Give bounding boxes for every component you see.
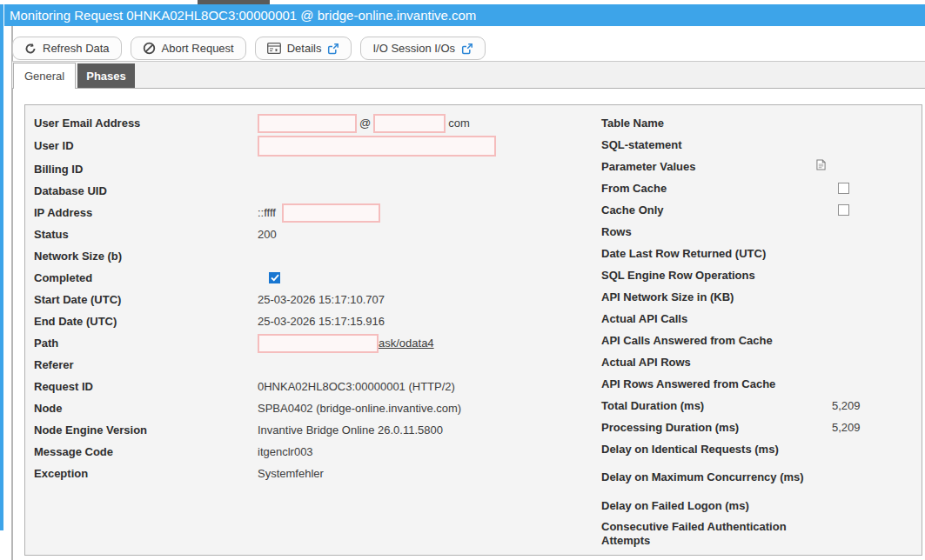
redacted-email-domain-input[interactable] [373,114,446,133]
form-window-icon [267,43,281,54]
cache-only-checkbox-unchecked[interactable] [838,204,849,216]
field-label: Actual API Calls [601,312,814,326]
form-row-rows: Rows [601,221,916,243]
field-label: Database UID [34,184,258,198]
field-label: Cache Only [601,203,814,217]
field-label: Billing ID [34,163,258,177]
field-value [814,159,826,174]
window-title-bar: Monitoring Request 0HNKA02HL8OC3:0000000… [4,4,925,26]
field-value: itgenclr003 [258,445,313,459]
io-session-ios-label: I/O Session I/Os [372,42,455,55]
field-label: User ID [34,139,258,153]
field-label: Delay on Failed Logon (ms) [601,499,814,513]
field-label: Status [34,228,258,242]
form-row-consecutive-failed-authentication-attempts: Consecutive Failed Authentication Attemp… [601,517,916,551]
form-row-ip-address: IP Address ::ffff [34,202,595,223]
form-row-from-cache: From Cache [601,177,916,199]
field-label: Delay on Identical Requests (ms) [601,443,814,457]
form-row-node: Node SPBA0402 (bridge-online.invantive.c… [34,397,595,419]
form-row-status: Status 200 [34,223,595,245]
external-link-icon [327,43,339,55]
field-value: 0HNKA02HL8OC3:00000001 (HTTP/2) [258,380,455,394]
field-label: Completed [34,271,258,285]
field-label: Consecutive Failed Authentication Attemp… [601,520,814,548]
field-label: IP Address [34,206,258,220]
field-label: Network Size (b) [34,250,258,263]
field-label: Total Duration (ms) [601,399,814,413]
redacted-ip-input[interactable] [282,203,380,223]
abort-request-button[interactable]: Abort Request [131,37,246,60]
form-row-delay-maximum-concurrency: Delay on Maximum Concurrency (ms) [601,460,916,495]
details-label: Details [287,42,322,55]
field-label: Actual API Rows [601,356,814,370]
form-row-node-engine-version: Node Engine Version Invantive Bridge Onl… [34,419,595,441]
field-label: Delay on Maximum Concurrency (ms) [601,470,814,484]
path-link[interactable]: ask/odata4 [379,337,434,350]
form-row-completed: Completed [34,267,595,289]
tab-general-label: General [24,70,64,83]
at-sign: @ [359,117,371,130]
form-row-sql-statement: SQL-statement [601,134,916,156]
field-value: ask/odata4 [258,334,434,353]
field-label: Date Last Row Returned (UTC) [601,247,814,261]
form-left-column: User Email Address @ com User ID Billing… [34,112,595,484]
field-value: 5,209 [832,399,861,413]
form-row-delay-identical-requests: Delay on Identical Requests (ms) [601,438,916,460]
form-row-billing-id: Billing ID [34,158,595,180]
redacted-email-local-input[interactable] [258,114,357,133]
field-label: API Calls Answered from Cache [601,334,814,348]
field-label: API Network Size in (KB) [601,290,814,304]
field-label: Exception [34,467,258,481]
form-row-total-duration: Total Duration (ms) 5,209 [601,395,916,417]
field-value [258,136,496,157]
from-cache-checkbox-unchecked[interactable] [838,183,849,194]
field-label: SQL-statement [601,138,814,152]
form-row-processing-duration: Processing Duration (ms) 5,209 [601,417,916,438]
refresh-data-button[interactable]: Refresh Data [12,37,122,60]
abort-icon [143,42,156,55]
form-row-end-date: End Date (UTC) 25-03-2026 15:17:15.916 [34,310,595,332]
field-value: Systemfehler [258,467,324,481]
field-label: Message Code [34,445,258,459]
redacted-user-id-input[interactable] [258,136,496,157]
field-label: Referer [34,358,258,372]
field-value [814,183,849,194]
field-value: ::ffff [258,203,380,223]
form-row-user-email-address: User Email Address @ com [34,112,595,134]
form-row-cache-only: Cache Only [601,199,916,221]
document-icon[interactable] [816,159,826,174]
window-edge-strip [0,4,3,530]
field-label: Start Date (UTC) [34,293,258,307]
form-row-actual-api-calls: Actual API Calls [601,308,916,330]
form-right-column: Table Name SQL-statement Parameter Value… [601,112,916,551]
details-button[interactable]: Details [255,37,352,60]
window-left-border [11,26,13,560]
field-label: Path [34,337,258,350]
form-row-exception: Exception Systemfehler [34,463,595,484]
form-row-parameter-values: Parameter Values [601,156,916,177]
form-row-request-id: Request ID 0HNKA02HL8OC3:00000001 (HTTP/… [34,376,595,397]
field-value: 25-03-2026 15:17:10.707 [258,293,385,307]
form-row-database-uid: Database UID [34,180,595,202]
form-row-date-last-row-returned: Date Last Row Returned (UTC) [601,243,916,264]
field-label: User Email Address [34,117,258,130]
external-link-icon [461,43,473,55]
field-label: Request ID [34,380,258,394]
io-session-ios-button[interactable]: I/O Session I/Os [360,37,486,60]
window-title: Monitoring Request 0HNKA02HL8OC3:0000000… [10,8,476,23]
tab-general[interactable]: General [13,63,76,89]
form-row-path: Path ask/odata4 [34,332,595,354]
tab-phases[interactable]: Phases [77,63,135,88]
form-row-actual-api-rows: Actual API Rows [601,351,916,373]
field-label: Node Engine Version [34,423,258,437]
field-label: From Cache [601,182,814,196]
form-row-delay-failed-logon: Delay on Failed Logon (ms) [601,495,916,517]
toolbar: Refresh Data Abort Request Details I/O S… [12,37,486,60]
field-label: Parameter Values [601,160,814,174]
redacted-path-input[interactable] [258,334,379,353]
form-row-referer: Referer [34,354,595,376]
field-value: 200 [258,228,277,242]
field-value [258,272,280,283]
completed-checkbox-checked[interactable] [269,272,280,283]
field-value: SPBA0402 (bridge-online.invantive.com) [258,402,461,416]
